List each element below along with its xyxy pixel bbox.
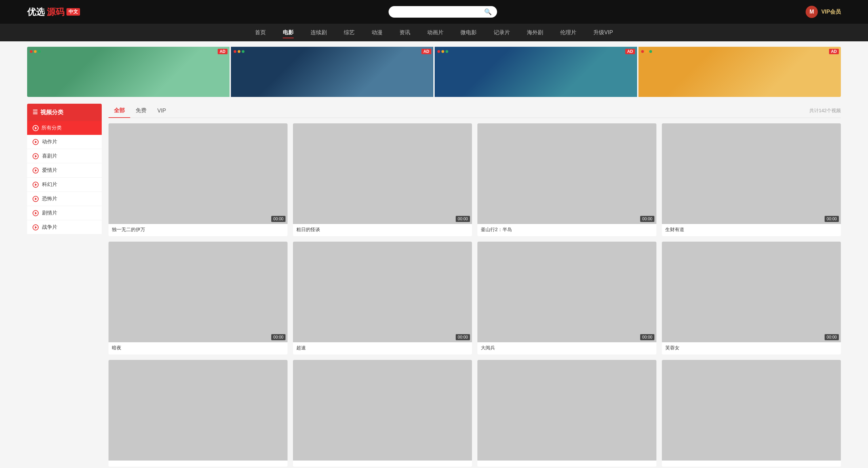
sidebar-item-romance[interactable]: 爱情片: [27, 163, 102, 178]
play-icon-scifi: [33, 182, 39, 188]
video-card-5[interactable]: 00:00 暗夜: [108, 242, 288, 354]
search-button[interactable]: 🔍: [484, 8, 492, 16]
search-input[interactable]: [394, 9, 484, 15]
nav-item-home[interactable]: 首页: [255, 28, 266, 38]
video-title-11: [477, 461, 656, 467]
video-card-12[interactable]: [662, 360, 841, 467]
logo: 优选源码 中文: [27, 6, 80, 18]
play-icon-horror: [33, 196, 39, 202]
video-thumb-2: 00:00: [293, 123, 472, 224]
vip-area[interactable]: M VIP会员: [806, 6, 841, 18]
video-grid: 00:00 独一无二的伊万 00:00 粗日的怪谈 00:00 釜山行2：半岛 …: [108, 123, 841, 467]
video-title-1: 独一无二的伊万: [108, 224, 288, 236]
play-icon-comedy: [33, 153, 39, 159]
video-card-9[interactable]: [108, 360, 288, 467]
video-thumb-4: 00:00: [662, 123, 841, 224]
sidebar-header-label: 视频分类: [40, 108, 63, 116]
sidebar-item-horror[interactable]: 恐怖片: [27, 192, 102, 206]
video-duration-3: 00:00: [640, 216, 654, 222]
video-card-1[interactable]: 00:00 独一无二的伊万: [108, 123, 288, 236]
tab-vip[interactable]: VIP: [152, 104, 172, 117]
vip-label: VIP会员: [821, 8, 841, 16]
video-duration-1: 00:00: [271, 216, 285, 222]
video-card-6[interactable]: 00:00 超速: [293, 242, 472, 354]
nav-item-vip-upgrade[interactable]: 升级VIP: [593, 28, 613, 38]
video-duration-5: 00:00: [271, 334, 285, 340]
sidebar-item-label: 喜剧片: [42, 153, 57, 159]
play-icon-romance: [33, 167, 39, 174]
video-card-8[interactable]: 00:00 芙蓉女: [662, 242, 841, 354]
nav-item-variety[interactable]: 综艺: [344, 28, 355, 38]
ad-badge-4: AD: [829, 49, 839, 54]
video-card-3[interactable]: 00:00 釜山行2：半岛: [477, 123, 656, 236]
ad-thumb-2: [231, 47, 433, 97]
nav-item-series[interactable]: 连续剧: [311, 28, 327, 38]
ad-banner: AD AD AD AD: [27, 47, 841, 97]
ad-thumb-1: [27, 47, 230, 97]
top-header: 优选源码 中文 🔍 M VIP会员: [0, 0, 868, 24]
video-duration-2: 00:00: [456, 216, 470, 222]
sidebar-item-comedy[interactable]: 喜剧片: [27, 149, 102, 163]
play-icon-all: [33, 125, 39, 131]
video-title-8: 芙蓉女: [662, 342, 841, 354]
tab-free[interactable]: 免费: [130, 104, 152, 118]
nav-item-erotic[interactable]: 伦理片: [560, 28, 576, 38]
video-card-11[interactable]: [477, 360, 656, 467]
sidebar-header: ☰ 视频分类: [27, 104, 102, 121]
video-thumb-6: 00:00: [293, 242, 472, 342]
video-thumb-5: 00:00: [108, 242, 288, 342]
sidebar-item-label: 科幻片: [42, 181, 57, 188]
sidebar-item-action[interactable]: 动作片: [27, 135, 102, 149]
nav-item-short[interactable]: 微电影: [460, 28, 477, 38]
video-duration-7: 00:00: [640, 334, 654, 340]
video-title-5: 暗夜: [108, 342, 288, 354]
video-title-6: 超速: [293, 342, 472, 354]
logo-you: 优选: [27, 6, 45, 18]
ad-item-3[interactable]: AD: [435, 47, 637, 97]
search-bar[interactable]: 🔍: [389, 6, 497, 18]
video-title-3: 釜山行2：半岛: [477, 224, 656, 236]
video-card-10[interactable]: [293, 360, 472, 467]
sidebar-item-scifi[interactable]: 科幻片: [27, 178, 102, 192]
video-title-12: [662, 461, 841, 467]
nav-item-movie[interactable]: 电影: [283, 28, 294, 38]
tab-all[interactable]: 全部: [108, 104, 130, 118]
ad-item-4[interactable]: AD: [638, 47, 841, 97]
ad-item-2[interactable]: AD: [231, 47, 433, 97]
sidebar-item-drama[interactable]: 剧情片: [27, 206, 102, 220]
video-thumb-3: 00:00: [477, 123, 656, 224]
avatar: M: [806, 6, 818, 18]
video-title-7: 大阅兵: [477, 342, 656, 354]
ad-item-1[interactable]: AD: [27, 47, 230, 97]
video-card-4[interactable]: 00:00 生财有道: [662, 123, 841, 236]
video-duration-4: 00:00: [825, 216, 839, 222]
sidebar-item-label: 剧情片: [42, 210, 57, 216]
sidebar-all-categories[interactable]: 所有分类: [27, 121, 102, 135]
nav-item-doc[interactable]: 记录片: [494, 28, 510, 38]
video-duration-8: 00:00: [825, 334, 839, 340]
sidebar-list-icon: ☰: [33, 109, 38, 116]
nav-item-anime[interactable]: 动漫: [372, 28, 382, 38]
video-duration-6: 00:00: [456, 334, 470, 340]
nav-item-overseas[interactable]: 海外剧: [527, 28, 543, 38]
video-title-9: [108, 461, 288, 467]
nav-item-cartoon[interactable]: 动画片: [427, 28, 443, 38]
sidebar-item-war[interactable]: 战争片: [27, 220, 102, 235]
tabs-bar: 全部 免费 VIP 共计142个视频: [108, 104, 841, 118]
ad-badge-1: AD: [218, 49, 228, 54]
total-count: 共计142个视频: [809, 108, 841, 114]
video-thumb-12: [662, 360, 841, 461]
play-icon-drama: [33, 210, 39, 216]
main-content: ☰ 视频分类 所有分类 动作片 喜剧片 爱情片 科幻片 恐怖片 剧: [27, 104, 841, 467]
ad-thumb-4: [638, 47, 841, 97]
ad-thumb-3: [435, 47, 637, 97]
nav-bar: 首页 电影 连续剧 综艺 动漫 资讯 动画片 微电影 记录片 海外剧 伦理片 升…: [0, 24, 868, 41]
video-card-2[interactable]: 00:00 粗日的怪谈: [293, 123, 472, 236]
video-card-7[interactable]: 00:00 大阅兵: [477, 242, 656, 354]
ad-badge-3: AD: [625, 49, 635, 54]
nav-item-news[interactable]: 资讯: [399, 28, 410, 38]
video-thumb-10: [293, 360, 472, 461]
video-thumb-7: 00:00: [477, 242, 656, 342]
sidebar-item-label: 爱情片: [42, 167, 57, 174]
play-icon-war: [33, 224, 39, 230]
